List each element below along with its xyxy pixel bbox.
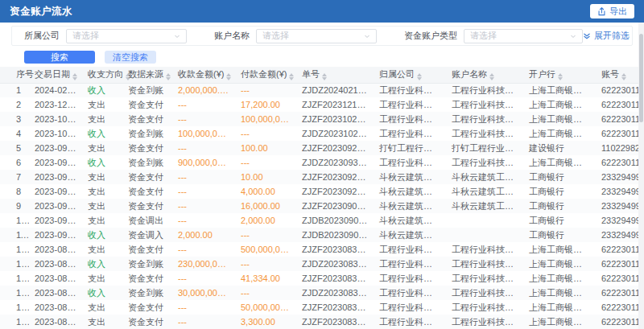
table-row: 142023-08-31支出资金支付---41,334.00ZJZF202308…	[0, 271, 644, 286]
cell-direction: 收入	[82, 257, 122, 271]
cell-direction: 支出	[82, 242, 122, 257]
cell-source: 资金支付	[122, 271, 172, 286]
cell-no: 11	[0, 228, 29, 242]
cell-number: 2332949933	[596, 199, 644, 213]
account-type-select[interactable]: 请选择	[464, 29, 583, 43]
filter-panel: 所属公司 请选择 账户名称 请选择 资金账户类型 请选择 展开筛选	[11, 26, 633, 46]
cell-pay: ---	[235, 83, 296, 97]
filter-actions: 搜索 清空搜索	[24, 51, 644, 64]
flow-table: 序号交易日期收支方向数据来源收款金额(¥)付款金额(¥)单号归属公司账户名称开户…	[0, 67, 644, 329]
cell-order: ZJZF20230830001	[296, 315, 374, 329]
cell-bank: 上海工商银行黄河支行	[523, 257, 596, 271]
cell-source: 资金调出	[122, 213, 172, 228]
column-header-receive[interactable]: 收款金额(¥)	[172, 67, 235, 83]
cell-pay: ---	[235, 228, 296, 242]
cell-number: 1102298233	[596, 141, 644, 155]
column-label: 交易日期	[35, 69, 70, 79]
cell-receive: ---	[172, 199, 235, 213]
column-header-account[interactable]: 账户名称	[446, 67, 523, 83]
cell-receive: ---	[172, 170, 235, 184]
cell-source: 资金支付	[122, 199, 172, 213]
account-select[interactable]: 请选择	[256, 29, 377, 43]
table-row: 92023-09-03支出资金支付---16,000.00ZJZF2023090…	[0, 199, 644, 213]
column-header-direction[interactable]: 收支方向	[82, 67, 122, 83]
cell-receive: 100,000,000.00	[172, 126, 235, 141]
cell-source: 资金到账	[122, 155, 172, 170]
cell-bank: 建设银行	[523, 141, 596, 155]
cell-order: ZJZF20230903001	[296, 199, 374, 213]
column-label: 账户名称	[452, 69, 487, 79]
cell-no: 4	[0, 126, 29, 141]
cell-no: 17	[0, 315, 29, 329]
cell-order: ZJZF20230831001	[296, 271, 374, 286]
cell-pay: 4,000.00	[235, 184, 296, 199]
cell-company: 工程行业科技公司	[374, 271, 446, 286]
column-header-company[interactable]: 归属公司	[374, 67, 446, 83]
column-label: 收支方向	[88, 69, 123, 79]
cell-source: 资金到账	[122, 83, 172, 97]
cell-bank: 工商银行	[523, 228, 596, 242]
cell-no: 16	[0, 300, 29, 315]
cell-no: 13	[0, 257, 29, 271]
sort-icon[interactable]	[72, 73, 77, 80]
cell-source: 资金到账	[122, 257, 172, 271]
sort-icon[interactable]	[489, 73, 494, 80]
sort-icon[interactable]	[322, 73, 327, 80]
cell-order: ZJZF20230920002	[296, 170, 374, 184]
cell-bank: 工商银行	[523, 199, 596, 213]
cell-no: 1	[0, 83, 29, 97]
column-header-date[interactable]: 交易日期	[29, 67, 82, 83]
cell-bank: 上海工商银行黄河支行	[523, 315, 596, 329]
cell-receive: ---	[172, 271, 235, 286]
cell-direction: 收入	[82, 83, 122, 97]
clear-search-button[interactable]: 清空搜索	[105, 51, 156, 64]
sort-icon[interactable]	[558, 73, 563, 80]
expand-filter-toggle[interactable]: 展开筛选	[583, 30, 630, 42]
column-header-source[interactable]: 数据来源	[122, 67, 172, 83]
cell-order: ZJDZ20230831001	[296, 257, 374, 271]
column-label: 收款金额(¥)	[178, 69, 224, 79]
cell-account: 工程行业科技公司	[446, 97, 523, 112]
cell-date: 2023-08-31	[29, 271, 82, 286]
cell-receive: ---	[172, 97, 235, 112]
company-select[interactable]: 请选择	[66, 29, 187, 43]
account-select-placeholder: 请选择	[262, 30, 289, 42]
cell-order: ZJZF20231219001	[296, 97, 374, 112]
table-row: 62023-09-21收入资金到账900,000,000.00---ZJDZ20…	[0, 155, 644, 170]
cell-no: 3	[0, 112, 29, 126]
cell-pay: 100.00	[235, 141, 296, 155]
cell-date: 2023-08-31	[29, 242, 82, 257]
column-header-number[interactable]: 账号	[596, 67, 644, 83]
cell-no: 12	[0, 242, 29, 257]
cell-date: 2023-08-30	[29, 315, 82, 329]
sort-icon[interactable]	[226, 73, 231, 80]
sort-icon[interactable]	[417, 73, 422, 80]
sort-icon[interactable]	[621, 73, 626, 80]
company-label: 所属公司	[24, 30, 60, 42]
cell-number: 2332949933	[596, 213, 644, 228]
table-row: 162023-08-30支出资金支付---50,000,000.00ZJZF20…	[0, 300, 644, 315]
vertical-scrollbar[interactable]	[638, 23, 644, 329]
sort-icon[interactable]	[166, 73, 171, 80]
search-button[interactable]: 搜索	[24, 51, 95, 64]
cell-pay: ---	[235, 286, 296, 300]
sort-icon[interactable]	[289, 73, 294, 80]
column-header-pay[interactable]: 付款金额(¥)	[235, 67, 296, 83]
cell-bank: 上海工商银行黄河支行	[523, 112, 596, 126]
cell-number: 6222301122	[596, 286, 644, 300]
column-header-order[interactable]: 单号	[296, 67, 374, 83]
column-header-bank[interactable]: 开户行	[523, 67, 596, 83]
cell-receive: ---	[172, 184, 235, 199]
cell-source: 资金支付	[122, 300, 172, 315]
cell-company: 斗秋云建筑工程有限公司	[374, 213, 446, 228]
cell-bank: 上海工商银行黄河支行	[523, 83, 596, 97]
cell-number: 6222301122	[596, 126, 644, 141]
cell-source: 资金到账	[122, 126, 172, 141]
cell-no: 2	[0, 97, 29, 112]
expand-filter-label: 展开筛选	[594, 30, 630, 42]
filter-group-company: 所属公司 请选择	[24, 29, 187, 43]
scrollbar-thumb[interactable]	[639, 34, 643, 122]
cell-number: 6222301122	[596, 315, 644, 329]
cell-company: 工程行业科技公司	[374, 242, 446, 257]
export-button[interactable]: 导出	[590, 4, 634, 19]
